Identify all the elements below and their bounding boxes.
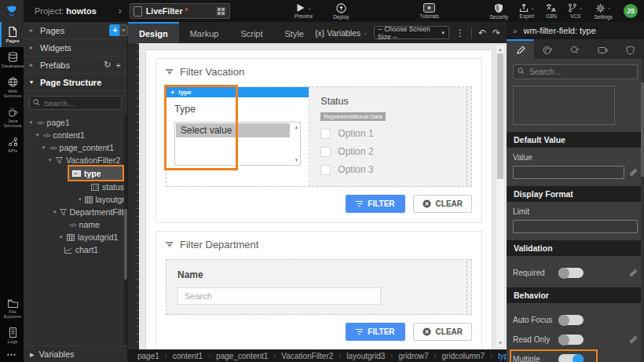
variables-menu[interactable]: {x} Variables ⌄ xyxy=(315,28,368,38)
tree-scrollbar[interactable] xyxy=(124,115,127,346)
vcs-button[interactable]: ⌄ VCS xyxy=(568,3,584,19)
scroll-up-icon[interactable]: ▴ xyxy=(496,46,504,53)
export-button[interactable]: ⌄ Export xyxy=(519,3,535,19)
rail-item-apis[interactable]: APIs xyxy=(0,132,24,157)
caret-down-icon[interactable]: ▾ xyxy=(53,209,57,215)
filter-button[interactable]: FILTER xyxy=(346,195,404,213)
caret-down-icon[interactable]: ▾ xyxy=(35,132,40,138)
type-select-listbox[interactable]: Select value ▴ ▾ xyxy=(174,122,301,166)
open-page-tab[interactable]: LiveFilter * xyxy=(130,3,230,19)
canvas-scrollbar[interactable]: ▴ ▾ xyxy=(496,45,505,348)
tutorials-button[interactable]: Tutorials xyxy=(419,3,439,19)
caret-down-icon[interactable]: ▾ xyxy=(28,119,34,126)
page-surface[interactable]: Filter Vacation + type Type Select va xyxy=(145,49,492,349)
tree-item-departmentfilter1[interactable]: ▾ DepartmentFilter1 xyxy=(24,206,127,218)
refresh-prefabs-icon[interactable]: ↻ xyxy=(104,60,111,70)
security-button[interactable]: Security xyxy=(490,3,508,20)
rail-more-icon[interactable]: ••• xyxy=(0,348,24,362)
crumb-vacationfilter2[interactable]: VacationFilter2 xyxy=(281,352,333,360)
section-pages[interactable]: ▸ Pages + « xyxy=(24,22,127,39)
checkbox[interactable] xyxy=(320,147,331,157)
tab-markup[interactable]: Markup xyxy=(179,22,230,43)
tab-style[interactable]: Style xyxy=(274,22,315,43)
rail-item-web-services[interactable]: Web Services xyxy=(0,72,24,102)
tree-item-content1[interactable]: ▾ </> content1 xyxy=(24,129,127,141)
tab-device[interactable] xyxy=(589,39,617,59)
tree-item-layoutgrid1[interactable]: ▾ layoutgrid1 xyxy=(24,231,127,243)
move-handle-icon[interactable]: + xyxy=(170,89,174,97)
rail-item-databases[interactable]: Databases xyxy=(0,47,24,72)
section-variables[interactable]: ▸ Variables xyxy=(24,346,127,362)
tree-item-status[interactable]: status xyxy=(24,181,127,193)
undo-icon[interactable]: ↶ xyxy=(478,27,486,38)
bind-property-icon[interactable] xyxy=(629,269,638,277)
settings-button[interactable]: ⌄ Settings xyxy=(595,3,613,20)
caret-down-icon[interactable]: ▾ xyxy=(47,157,53,163)
crumb-content1[interactable]: content1 xyxy=(173,352,203,360)
tab-design[interactable]: Design xyxy=(128,22,179,43)
checkbox[interactable] xyxy=(320,165,331,175)
rail-item-java-services[interactable]: Java Services xyxy=(0,102,24,132)
select-value-option[interactable]: Select value xyxy=(176,123,290,137)
tree-item-vacationfilter2[interactable]: ▾ VacationFilter2 xyxy=(24,154,127,166)
structure-search-input[interactable] xyxy=(29,96,122,110)
section-prefabs[interactable]: ▸ Prefabs ↻ + xyxy=(24,57,127,74)
collapse-panel-icon[interactable] xyxy=(166,68,173,75)
collapse-panel-icon[interactable]: « xyxy=(119,24,128,36)
tab-styles[interactable] xyxy=(534,39,562,59)
tree-item-page1[interactable]: ▾ </> page1 xyxy=(24,116,127,129)
auto-focus-toggle[interactable] xyxy=(558,315,584,325)
redo-icon[interactable]: ↷ xyxy=(492,27,500,38)
filter-button[interactable]: FILTER xyxy=(346,323,404,341)
rail-item-file-explorer[interactable]: File Explorer xyxy=(0,294,24,323)
filter-vacation-header[interactable]: Filter Vacation xyxy=(156,59,481,85)
name-search-input[interactable] xyxy=(177,287,381,305)
required-toggle[interactable] xyxy=(558,268,584,278)
i18n-button[interactable]: A I18N xyxy=(546,3,557,19)
add-prefab-icon[interactable]: + xyxy=(116,60,121,70)
tree-item-layoutgrid3[interactable]: ▾ layoutgrid3 xyxy=(24,193,127,206)
tree-item-type[interactable]: type xyxy=(69,166,123,180)
caret-down-icon[interactable]: ▾ xyxy=(58,234,64,240)
crumb-gridcolumn7[interactable]: gridcolumn7 xyxy=(442,352,485,360)
status-option-row[interactable]: Option 1 xyxy=(320,128,460,139)
selected-widget-header[interactable]: + type xyxy=(166,87,309,97)
expand-panel-icon[interactable]: » xyxy=(513,27,518,35)
user-avatar[interactable]: JS xyxy=(624,4,638,18)
rail-item-logs[interactable]: Logs xyxy=(0,323,24,348)
multiple-toggle[interactable] xyxy=(558,354,584,362)
value-input[interactable] xyxy=(513,166,624,179)
preview-button[interactable]: ⌄ Preview xyxy=(295,3,313,19)
vacation-gridrow[interactable]: + type Type Select value ▴ ▾ xyxy=(166,86,472,187)
limit-input[interactable] xyxy=(513,220,638,233)
caret-down-icon[interactable]: ▾ xyxy=(41,144,46,151)
tab-script[interactable]: Script xyxy=(229,22,273,43)
tab-security-props[interactable] xyxy=(617,39,644,59)
rail-item-pages[interactable]: Pages xyxy=(0,22,24,47)
type-field-column[interactable]: + type Type Select value ▴ ▾ xyxy=(166,87,309,186)
tree-item-page_content1[interactable]: ▾ </> page_content1 xyxy=(24,141,127,154)
pages-grid-icon[interactable] xyxy=(216,6,226,16)
wavemaker-logo[interactable] xyxy=(0,0,24,22)
properties-search-input[interactable] xyxy=(513,64,638,79)
section-page-structure[interactable]: ▾ Page Structure xyxy=(24,74,127,91)
tab-search-props[interactable] xyxy=(562,39,589,59)
crumb-page1[interactable]: page1 xyxy=(137,352,159,360)
section-widgets[interactable]: ▸ Widgets xyxy=(24,39,127,57)
scroll-up-icon[interactable]: ▴ xyxy=(295,124,298,130)
bind-property-icon[interactable] xyxy=(629,335,638,344)
tree-item-chart1[interactable]: chart1 xyxy=(24,243,127,256)
more-options-icon[interactable]: ⋮ xyxy=(456,27,465,38)
deploy-button[interactable]: Deploy xyxy=(333,3,349,20)
clear-button[interactable]: CLEAR xyxy=(413,195,472,213)
scroll-down-icon[interactable]: ▾ xyxy=(295,157,298,163)
tree-item-name[interactable]: </> name xyxy=(24,218,127,231)
crumb-layoutgrid3[interactable]: layoutgrid3 xyxy=(346,352,385,360)
screen-size-select[interactable]: -- Choose Screen Size -- ▼ xyxy=(374,26,449,39)
name-field-column[interactable]: Name xyxy=(166,259,472,315)
status-field-column[interactable]: Status Representational Data Option 1 Op… xyxy=(309,87,471,186)
status-option-row[interactable]: Option 2 xyxy=(320,146,460,157)
tab-properties[interactable] xyxy=(507,39,534,59)
filter-department-header[interactable]: Filter Department xyxy=(156,232,481,258)
caret-down-icon[interactable]: ▾ xyxy=(79,196,82,203)
